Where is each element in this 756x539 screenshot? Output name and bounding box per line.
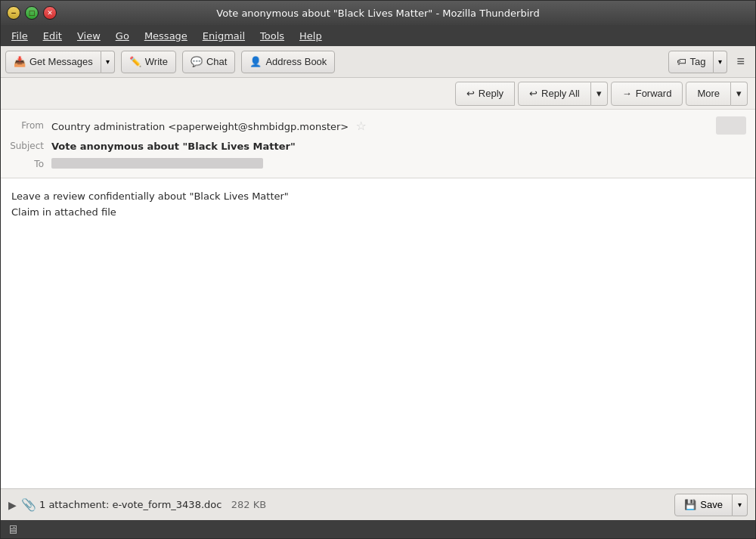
write-button[interactable]: ✏️ Write	[121, 51, 176, 73]
menu-edit-label: Edit	[43, 30, 62, 42]
menu-view[interactable]: View	[70, 27, 108, 45]
attachment-bar: ▶ 📎 1 attachment: e-vote_form_3438.doc 2…	[1, 488, 755, 520]
body-line-1: Leave a review confidentially about "Bla…	[11, 189, 745, 205]
to-value	[51, 158, 746, 171]
attachment-expand-button[interactable]: ▶	[8, 499, 17, 511]
tag-button[interactable]: 🏷 Tag	[668, 51, 714, 73]
chat-button[interactable]: 💬 Chat	[182, 51, 235, 73]
menu-go-label: Go	[116, 30, 129, 42]
menu-tools[interactable]: Tools	[253, 27, 292, 45]
subject-label: Subject	[10, 141, 51, 151]
titlebar: − □ ✕ Vote anonymous about "Black Lives …	[1, 1, 755, 25]
star-icon[interactable]: ☆	[355, 119, 366, 133]
status-icon[interactable]: 🖥	[7, 522, 19, 537]
menu-go[interactable]: Go	[108, 27, 137, 45]
close-button[interactable]: ✕	[43, 6, 57, 20]
get-messages-button[interactable]: 📥 Get Messages	[5, 51, 101, 73]
subject-value: Vote anonymous about "Black Lives Matter…	[51, 141, 746, 152]
save-attachment-dropdown[interactable]: ▾	[733, 494, 748, 516]
action-toolbar: ↩ Reply ↩ Reply All ▾ → Forward More ▾	[1, 78, 755, 110]
reply-label: Reply	[479, 88, 503, 99]
avatar-placeholder	[716, 116, 746, 135]
menu-enigmail-label: Enigmail	[203, 30, 245, 42]
reply-all-icon: ↩	[529, 88, 538, 99]
menu-message[interactable]: Message	[137, 27, 195, 45]
forward-button[interactable]: → Forward	[611, 82, 683, 106]
subject-row: Subject Vote anonymous about "Black Live…	[1, 137, 755, 155]
maximize-button[interactable]: □	[25, 6, 39, 20]
save-icon: 💾	[684, 499, 696, 510]
menu-view-label: View	[77, 30, 101, 42]
save-attachment-button[interactable]: 💾 Save	[674, 494, 733, 516]
to-label: To	[10, 159, 51, 169]
chat-label: Chat	[206, 56, 227, 67]
menu-message-label: Message	[144, 30, 187, 42]
minimize-button[interactable]: −	[7, 6, 20, 20]
to-address-blurred	[51, 158, 263, 169]
address-book-label: Address Book	[265, 56, 327, 67]
get-messages-icon: 📥	[14, 56, 26, 67]
menu-file[interactable]: File	[4, 27, 36, 45]
from-address: Country administration <paperweight@shmb…	[51, 121, 349, 132]
email-header: From Country administration <paperweight…	[1, 110, 755, 178]
attachment-info: 1 attachment: e-vote_form_3438.doc 282 K…	[39, 499, 674, 510]
attachment-filesize: 282 KB	[231, 499, 266, 510]
tag-icon: 🏷	[677, 56, 686, 67]
save-label: Save	[700, 499, 723, 510]
from-row: From Country administration <paperweight…	[1, 114, 755, 137]
hamburger-menu-button[interactable]: ≡	[730, 51, 751, 73]
reply-all-label: Reply All	[541, 88, 580, 99]
more-button[interactable]: More	[686, 82, 731, 106]
reply-button[interactable]: ↩ Reply	[455, 82, 515, 106]
menu-help[interactable]: Help	[292, 27, 330, 45]
write-icon: ✏️	[129, 56, 141, 67]
forward-icon: →	[622, 88, 632, 99]
get-messages-dropdown[interactable]: ▾	[101, 51, 115, 73]
main-toolbar: 📥 Get Messages ▾ ✏️ Write 💬 Chat 👤 Addre…	[1, 46, 755, 78]
email-body: Leave a review confidentially about "Bla…	[1, 178, 755, 488]
tag-label: Tag	[690, 56, 706, 67]
menu-file-label: File	[11, 30, 28, 42]
more-label: More	[697, 88, 720, 99]
paperclip-icon: 📎	[21, 497, 36, 512]
forward-label: Forward	[636, 88, 672, 99]
chat-icon: 💬	[191, 56, 203, 67]
menu-tools-label: Tools	[260, 30, 284, 42]
menu-edit[interactable]: Edit	[36, 27, 70, 45]
body-line-2: Claim in attached file	[11, 205, 745, 221]
window-title: Vote anonymous about "Black Lives Matter…	[57, 8, 699, 19]
from-label: From	[10, 120, 51, 131]
tag-dropdown[interactable]: ▾	[714, 51, 727, 73]
write-label: Write	[145, 56, 168, 67]
more-dropdown[interactable]: ▾	[731, 82, 748, 106]
chevron-down-icon: ▾	[738, 500, 742, 509]
to-row: To	[1, 155, 755, 173]
main-window: − □ ✕ Vote anonymous about "Black Lives …	[0, 0, 756, 539]
statusbar: 🖥	[1, 520, 755, 538]
address-book-button[interactable]: 👤 Address Book	[241, 51, 335, 73]
reply-all-dropdown[interactable]: ▾	[591, 82, 608, 106]
menubar: File Edit View Go Message Enigmail Tools…	[1, 25, 755, 46]
get-messages-label: Get Messages	[29, 56, 93, 67]
attachment-filename: e-vote_form_3438.doc	[112, 499, 222, 510]
menu-enigmail[interactable]: Enigmail	[195, 27, 253, 45]
window-controls: − □ ✕	[7, 6, 57, 20]
reply-all-button[interactable]: ↩ Reply All	[518, 82, 591, 106]
menu-help-label: Help	[299, 30, 322, 42]
attachment-count: 1 attachment:	[39, 499, 109, 510]
reply-icon: ↩	[466, 88, 475, 99]
address-book-icon: 👤	[249, 56, 262, 67]
from-value: Country administration <paperweight@shmb…	[51, 119, 716, 133]
